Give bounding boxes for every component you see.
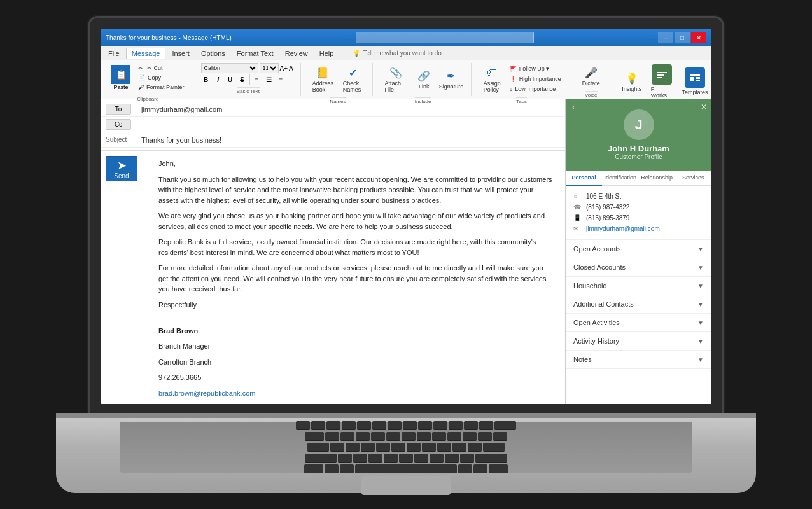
body-para-3: Republic Bank is a full service, locally… xyxy=(158,237,555,258)
menu-format-text[interactable]: Format Text xyxy=(232,48,279,59)
key xyxy=(468,443,482,452)
panel-back-button[interactable]: ‹ xyxy=(568,102,578,112)
font-size-select[interactable]: 11 xyxy=(260,63,279,73)
email-body[interactable]: John, Thank you so much for allowing us … xyxy=(148,151,565,404)
copy-button[interactable]: 📄 Copy xyxy=(135,73,188,82)
ribbon: 📋 Paste ✂ ✂ Cut 📄 xyxy=(101,60,711,99)
menu-review[interactable]: Review xyxy=(280,48,313,59)
key xyxy=(447,432,461,441)
activity-history-header[interactable]: Activity History ▼ xyxy=(566,332,711,350)
body-signature-branch: Carrolton Branch xyxy=(158,357,555,368)
maximize-button[interactable]: □ xyxy=(675,32,690,43)
cc-input[interactable] xyxy=(136,121,560,129)
open-activities-label: Open Activities xyxy=(573,319,620,326)
signature-icon: ✒ xyxy=(444,68,459,83)
svg-rect-3 xyxy=(690,74,700,76)
closed-accounts-section: Closed Accounts ▼ xyxy=(566,258,711,277)
key xyxy=(346,443,360,452)
key-alt-r xyxy=(458,464,472,473)
key xyxy=(326,421,340,430)
key xyxy=(437,443,451,452)
key xyxy=(371,432,385,441)
low-importance-button[interactable]: ↓ Low Importance xyxy=(507,85,564,94)
strikethrough-button[interactable]: S xyxy=(237,74,248,85)
key-backspace xyxy=(494,421,516,430)
assign-policy-label: Assign Policy xyxy=(484,80,501,93)
fiworks-button[interactable]: FI Works xyxy=(647,63,677,100)
key xyxy=(463,432,477,441)
tab-personal[interactable]: Personal xyxy=(566,171,602,186)
shrink-font-button[interactable]: A- xyxy=(289,65,295,72)
align-center-button[interactable]: ☰ xyxy=(264,74,274,85)
insights-button[interactable]: 💡 Insights xyxy=(618,69,646,94)
menu-message[interactable]: Message xyxy=(126,48,166,59)
customer-panel: ‹ ✕ J John H Durham Customer Profile Per… xyxy=(565,99,711,404)
laptop: Thanks for your business - Message (HTML… xyxy=(56,16,756,493)
menu-file[interactable]: File xyxy=(103,48,125,59)
address-row: ○ 106 E 4th St xyxy=(573,191,704,202)
signature-email-link[interactable]: brad.brown@republicbank.com xyxy=(158,389,255,397)
cut-button[interactable]: ✂ ✂ Cut xyxy=(135,64,188,73)
assign-policy-button[interactable]: 🏷 Assign Policy xyxy=(479,63,505,95)
menu-insert[interactable]: Insert xyxy=(167,48,195,59)
signature-button[interactable]: ✒ Signature xyxy=(437,66,465,92)
tab-relationship[interactable]: Relationship xyxy=(639,171,675,186)
high-importance-button[interactable]: ❗ High Importance xyxy=(507,74,564,83)
templates-svg xyxy=(689,71,701,84)
key xyxy=(353,454,367,463)
additional-contacts-header[interactable]: Additional Contacts ▼ xyxy=(566,295,711,313)
open-activities-header[interactable]: Open Activities ▼ xyxy=(566,314,711,331)
minimize-button[interactable]: ─ xyxy=(658,32,673,43)
address-text: 106 E 4th St xyxy=(586,193,621,200)
check-names-button[interactable]: ✔ Check Names xyxy=(339,63,367,95)
notes-header[interactable]: Notes ▼ xyxy=(566,351,711,368)
address-book-button[interactable]: 📒 Address Book xyxy=(309,63,337,95)
attach-file-button[interactable]: 📎 Attach File xyxy=(381,63,412,95)
send-button[interactable]: ➤ Send xyxy=(106,156,137,181)
open-activities-chevron: ▼ xyxy=(697,319,704,326)
household-header[interactable]: Household ▼ xyxy=(566,277,711,295)
closed-accounts-label: Closed Accounts xyxy=(573,263,626,271)
cc-button[interactable]: Cc xyxy=(106,119,131,130)
fiworks-icon xyxy=(652,64,672,85)
closed-accounts-header[interactable]: Closed Accounts ▼ xyxy=(566,258,711,276)
fiworks-svg xyxy=(655,68,668,81)
menu-options[interactable]: Options xyxy=(196,48,230,59)
to-button[interactable]: To xyxy=(106,104,131,115)
tags-group: 🏷 Assign Policy 🚩 Follow Up ▾ xyxy=(474,63,570,96)
format-painter-button[interactable]: 🖌 Format Painter xyxy=(135,83,188,92)
dictate-button[interactable]: 🎤 Dictate xyxy=(578,63,605,88)
cut-label: ✂ Cut xyxy=(147,65,163,71)
email-main: To Cc Subject xyxy=(101,99,565,404)
italic-button[interactable]: I xyxy=(213,74,223,85)
svg-rect-2 xyxy=(657,77,662,78)
to-input[interactable] xyxy=(141,106,560,113)
panel-close-button[interactable]: ✕ xyxy=(699,102,709,112)
grow-font-button[interactable]: A+ xyxy=(280,65,288,72)
email-compose: To Cc Subject xyxy=(101,99,711,404)
link-icon: 🔗 xyxy=(416,68,431,83)
tab-services[interactable]: Services xyxy=(675,171,711,186)
link-button[interactable]: 🔗 Link xyxy=(412,66,435,92)
bold-button[interactable]: B xyxy=(201,74,211,85)
closed-accounts-chevron: ▼ xyxy=(697,264,704,271)
align-right-button[interactable]: ≡ xyxy=(276,74,286,85)
key xyxy=(418,421,432,430)
tab-identification[interactable]: Identification xyxy=(602,171,638,186)
customer-email-link[interactable]: jimmydurham@gmail.com xyxy=(586,225,660,232)
key xyxy=(372,421,386,430)
send-label: Send xyxy=(114,172,129,179)
trackpad[interactable] xyxy=(361,476,451,495)
close-button[interactable]: ✕ xyxy=(691,32,706,43)
follow-up-button[interactable]: 🚩 Follow Up ▾ xyxy=(507,64,564,73)
view-templates-button[interactable]: Templates xyxy=(678,66,711,97)
align-left-button[interactable]: ≡ xyxy=(252,74,262,85)
underline-button[interactable]: U xyxy=(225,74,235,85)
title-search-box[interactable] xyxy=(356,32,534,43)
open-accounts-header[interactable]: Open Accounts ▼ xyxy=(566,240,711,258)
menu-help[interactable]: Help xyxy=(314,48,339,59)
subject-input[interactable] xyxy=(141,136,560,144)
font-family-select[interactable]: Calibri xyxy=(201,63,258,73)
paste-button[interactable]: 📋 Paste xyxy=(108,63,134,92)
names-group: 📒 Address Book ✔ Check Names Names xyxy=(304,63,373,96)
